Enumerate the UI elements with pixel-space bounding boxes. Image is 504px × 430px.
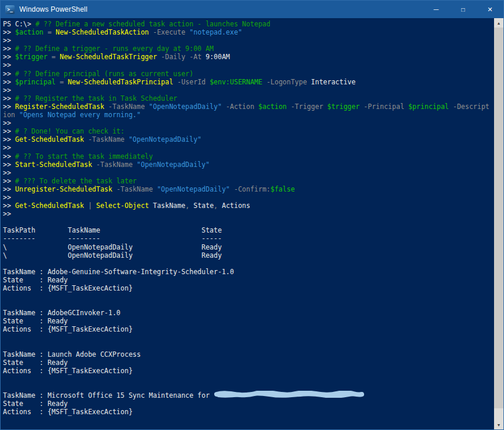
text-run: New-ScheduledTaskPrincipal (68, 78, 173, 86)
text-run (133, 161, 137, 169)
text-run: -TaskName (116, 185, 153, 193)
terminal-line (3, 334, 492, 342)
text-run: Register-ScheduledTask (15, 103, 104, 111)
window-controls: ─ □ ✕ (423, 1, 503, 18)
minimize-button[interactable]: ─ (423, 1, 450, 18)
text-run: >> (3, 78, 15, 86)
terminal-line: TaskName : Adobe-Genuine-Software-Integr… (3, 268, 492, 276)
text-run: $trigger (327, 103, 359, 111)
text-run (125, 135, 129, 144)
scrollbar[interactable]: ▲ ▼ (494, 18, 503, 429)
text-run: Get-ScheduledTask (15, 202, 84, 210)
terminal-line: Actions : {MSFT_TaskExecAction} (3, 284, 492, 292)
terminal-line: >> # ??? To delete the task later (3, 177, 492, 185)
text-run: $action (258, 103, 286, 111)
text-run: Interactive (307, 78, 355, 86)
text-run (15, 111, 19, 119)
maximize-button[interactable]: □ (450, 1, 476, 18)
text-run: , (214, 202, 218, 210)
text-run: -------- -------- ----- (3, 234, 222, 243)
text-run: >> (3, 119, 11, 127)
titlebar: >_ Windows PowerShell ─ □ ✕ (1, 1, 503, 18)
text-run: TaskName (149, 202, 185, 210)
terminal-line: >> # ?? Register the task in Task Schedu… (3, 94, 492, 103)
text-run: TaskName : Microsoft Office 15 Sync Main… (3, 391, 214, 400)
text-run: TaskName : Adobe-Genuine-Software-Integr… (3, 268, 234, 276)
text-run: TaskPath TaskName State (3, 226, 222, 234)
text-run (449, 103, 453, 111)
terminal-line (3, 383, 492, 391)
terminal-line: >> (3, 61, 492, 69)
text-run (186, 28, 190, 36)
scrollbar-thumb[interactable] (494, 28, 503, 408)
terminal-line: >> (3, 169, 492, 177)
terminal-line: TaskPath TaskName State (3, 226, 492, 234)
text-run: State : Ready (3, 276, 68, 284)
terminal-line: >> Get-ScheduledTask -TaskName "OpenNote… (3, 135, 492, 144)
terminal-line: \ OpenNotepadDaily Ready (3, 243, 492, 251)
terminal-line: TaskName : Microsoft Office 15 Sync Main… (3, 391, 492, 400)
text-run: >> (3, 210, 11, 218)
text-run: = (47, 53, 60, 61)
terminal-line: State : Ready (3, 276, 492, 284)
terminal-line: Actions : {MSFT_TaskExecAction} (3, 408, 492, 416)
text-run: -Trigger (291, 103, 323, 111)
text-run: # ? Done! You can check it: (15, 127, 125, 135)
text-run: >> (3, 61, 11, 69)
text-run: -LogonType (266, 78, 307, 86)
text-run: "OpenNotepadDaily" (137, 161, 210, 169)
terminal-line: -------- -------- ----- (3, 234, 492, 243)
terminal-line: TaskName : Launch Adobe CCXProcess (3, 350, 492, 359)
text-run: >> (3, 185, 15, 193)
terminal-line: TaskName : AdobeGCInvoker-1.0 (3, 309, 492, 317)
scrollbar-down-icon[interactable]: ▼ (494, 420, 503, 429)
text-run: Actions : {MSFT_TaskExecAction} (3, 408, 133, 416)
text-run: "notepad.exe" (190, 28, 242, 36)
text-run: -UserId (177, 78, 205, 86)
terminal-line: State : Ready (3, 359, 492, 367)
text-run: State (190, 202, 214, 210)
text-run: PS C:\> (3, 20, 35, 28)
text-run: >> (3, 169, 11, 177)
close-button[interactable]: ✕ (476, 1, 503, 18)
text-run: -TaskName (108, 103, 145, 111)
text-run: Get-ScheduledTask (15, 135, 84, 144)
text-run: -Descript (453, 103, 489, 111)
terminal-line: >> (3, 144, 492, 152)
terminal-line: Actions : {MSFT_TaskExecAction} (3, 367, 492, 375)
text-run: >> (3, 152, 15, 161)
scrollbar-track[interactable] (494, 28, 503, 420)
text-run: $false (270, 185, 295, 193)
text-run: >> (3, 45, 15, 53)
text-run: Start-ScheduledTask (15, 161, 92, 169)
terminal-line (3, 342, 492, 350)
powershell-icon: >_ (5, 5, 15, 14)
terminal-line: >> Register-ScheduledTask -TaskName "Ope… (3, 103, 492, 111)
text-run: # ?? Define principal (runs as current u… (15, 70, 194, 78)
text-run: Actions : {MSFT_TaskExecAction} (3, 325, 133, 333)
scrollbar-up-icon[interactable]: ▲ (494, 18, 503, 28)
terminal-line (3, 375, 492, 383)
text-run: >> (3, 127, 15, 135)
text-run (104, 103, 108, 111)
text-run: TaskName : Launch Adobe CCXProcess (3, 350, 140, 359)
text-run: >> (3, 70, 15, 78)
text-run: >> (3, 86, 11, 94)
text-run: >> (3, 94, 15, 103)
text-run: "OpenNotepadDaily" (149, 103, 222, 111)
terminal-line: >> $action = New-ScheduledTaskAction -Ex… (3, 28, 492, 36)
text-run: >> (3, 193, 11, 202)
terminal-line: >> (3, 210, 492, 218)
terminal-line: >> # ?? To start the task immediately (3, 152, 492, 161)
terminal-line: >> $principal = New-ScheduledTaskPrincip… (3, 78, 492, 86)
text-run: -At (190, 53, 202, 61)
text-run: -Execute (153, 28, 185, 36)
terminal-line: \ OpenNotepadDaily Ready (3, 251, 492, 260)
text-run: 9:00AM (201, 53, 229, 61)
text-run: -TaskName (88, 135, 124, 144)
terminal-line: PS C:\> # ?? Define a new scheduled task… (3, 20, 492, 28)
text-run: $trigger (15, 53, 47, 61)
text-run: >> (3, 144, 11, 152)
text-run: >> (3, 135, 15, 144)
terminal-output[interactable]: PS C:\> # ?? Define a new scheduled task… (1, 18, 503, 429)
